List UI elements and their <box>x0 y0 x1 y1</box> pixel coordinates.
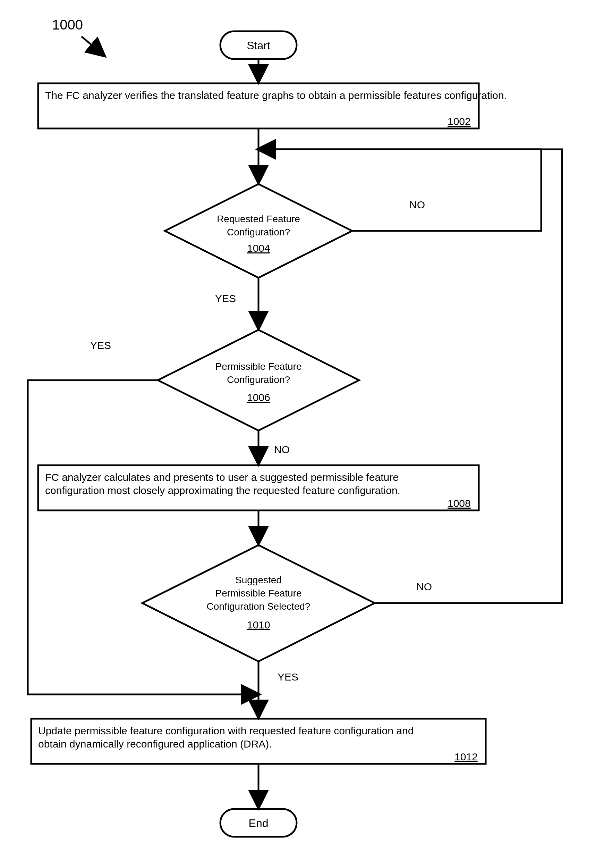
svg-text:Configuration?: Configuration? <box>227 374 290 385</box>
svg-text:NO: NO <box>416 581 432 592</box>
svg-text:1010: 1010 <box>247 619 270 630</box>
start-terminator: Start <box>220 31 297 59</box>
svg-text:YES: YES <box>90 340 111 351</box>
svg-text:1002: 1002 <box>448 116 471 127</box>
figure-pointer <box>81 37 104 56</box>
decision-1010: Suggested Permissible Feature Configurat… <box>142 545 375 661</box>
svg-text:Suggested: Suggested <box>235 574 282 585</box>
svg-text:Permissible Feature: Permissible Feature <box>215 361 302 372</box>
svg-text:Requested Feature: Requested Feature <box>217 214 300 224</box>
svg-text:Configuration Selected?: Configuration Selected? <box>207 601 311 612</box>
svg-text:End: End <box>249 817 268 830</box>
svg-text:Permissible Feature: Permissible Feature <box>215 588 302 599</box>
svg-text:1006: 1006 <box>247 392 270 403</box>
label-1010-yes: YES <box>278 671 298 683</box>
svg-text:Update permissible feature con: Update permissible feature configuration… <box>38 725 417 750</box>
label-1006-no: NO <box>274 444 290 455</box>
decision-1006: Permissible Feature Configuration? 1006 <box>158 330 359 431</box>
svg-text:1008: 1008 <box>448 497 471 509</box>
svg-text:Configuration?: Configuration? <box>227 227 290 238</box>
decision-1004: Requested Feature Configuration? 1004 <box>165 184 352 278</box>
path-1010-no: NO <box>258 149 562 603</box>
process-box-1002: The FC analyzer verifies the translated … <box>38 83 507 128</box>
svg-text:FC analyzer calculates and pre: FC analyzer calculates and presents to u… <box>45 471 401 496</box>
path-1004-no: NO <box>258 149 541 231</box>
svg-text:Start: Start <box>247 39 270 52</box>
process-box-1008: FC analyzer calculates and presents to u… <box>38 465 479 511</box>
figure-number: 1000 <box>52 17 83 32</box>
svg-text:The FC analyzer verifies the t: The FC analyzer verifies the translated … <box>45 90 507 101</box>
process-box-1012: Update permissible feature configuration… <box>31 719 486 764</box>
label-1004-yes: YES <box>215 293 236 304</box>
end-terminator: End <box>220 809 297 837</box>
path-1006-yes: YES <box>28 340 258 694</box>
svg-text:NO: NO <box>409 199 425 210</box>
svg-text:1012: 1012 <box>455 751 478 762</box>
svg-text:1004: 1004 <box>247 242 270 254</box>
